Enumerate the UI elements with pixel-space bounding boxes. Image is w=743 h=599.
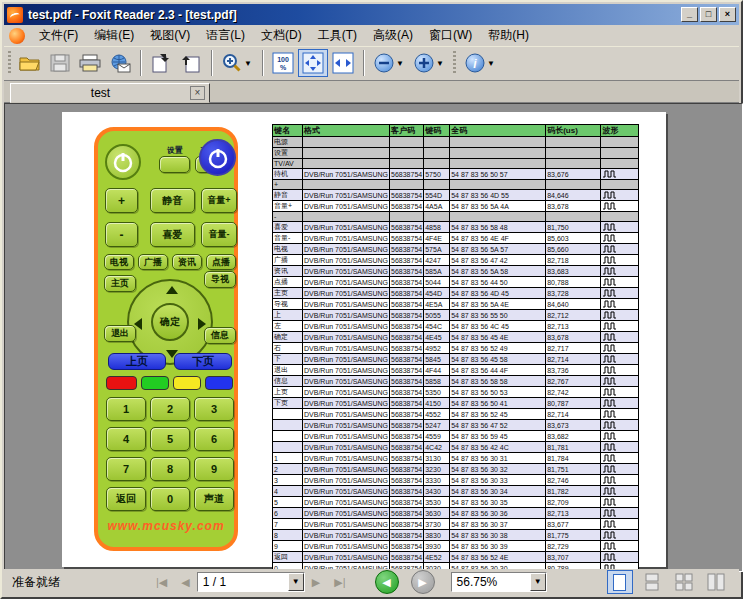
- waveform-icon: [602, 332, 617, 341]
- cell-format: DVB/Run 7051/SAMSUNG: [303, 169, 390, 180]
- prev-view-button[interactable]: [146, 49, 176, 77]
- cell-format: DVB/Run 7051/SAMSUNG: [303, 409, 390, 420]
- table-row: -: [273, 212, 639, 222]
- menu-item-language[interactable]: 语言(L): [198, 25, 253, 46]
- waveform-icon: [602, 497, 617, 506]
- previous-view-icon[interactable]: ◀: [375, 570, 399, 594]
- zoom-out-button[interactable]: ▼: [369, 49, 409, 77]
- last-page-icon[interactable]: ▶|: [334, 576, 345, 589]
- cell-customer-code: 56838754: [390, 464, 424, 475]
- menu-item-document[interactable]: 文档(D): [253, 25, 310, 46]
- table-row: 喜爱DVB/Run 7051/SAMSUNG56838754485854 87 …: [273, 222, 639, 233]
- table-row: 下页DVB/Run 7051/SAMSUNG56838754415054 87 …: [273, 398, 639, 409]
- cell-code-length: [546, 180, 601, 190]
- cell-waveform: [601, 365, 639, 376]
- page-number-combo[interactable]: 1 / 1 ▼: [197, 572, 305, 592]
- cell-code-length: 80,787: [546, 398, 601, 409]
- cell-full-code: 54 87 83 56 47 52: [450, 420, 546, 431]
- toolbar-grip[interactable]: [8, 51, 11, 75]
- actual-size-button[interactable]: 100%: [268, 49, 298, 77]
- cell-customer-code: 56838754: [390, 376, 424, 387]
- menu-item-edit[interactable]: 编辑(E): [86, 25, 142, 46]
- save-button[interactable]: [45, 49, 75, 77]
- page-combo-caret-icon[interactable]: ▼: [288, 573, 304, 591]
- cell-key-name: 静音: [273, 190, 303, 201]
- waveform-icon: [602, 354, 617, 363]
- single-page-layout-button[interactable]: [607, 570, 633, 594]
- cell-customer-code: 56838754: [390, 222, 424, 233]
- facing-layout-button[interactable]: [671, 570, 697, 594]
- info-icon: i: [465, 53, 485, 73]
- cell-format: DVB/Run 7051/SAMSUNG: [303, 398, 390, 409]
- back-button: 返回: [106, 487, 146, 511]
- cell-full-code: 54 87 83 56 5A 57: [450, 244, 546, 255]
- cell-format: [303, 159, 390, 169]
- waveform-icon: [602, 442, 617, 451]
- cell-customer-code: [390, 137, 424, 148]
- document-menu-icon[interactable]: [9, 28, 25, 44]
- about-button[interactable]: i ▼: [460, 49, 500, 77]
- page-down-button: 下页: [174, 353, 232, 370]
- cell-customer-code: 56838754: [390, 310, 424, 321]
- maximize-button[interactable]: □: [700, 7, 717, 22]
- cell-key-code: 4552: [424, 409, 450, 420]
- cell-waveform: [601, 159, 639, 169]
- zoom-combo[interactable]: 56.75% ▼: [451, 572, 547, 592]
- tab-test[interactable]: test ×: [10, 83, 210, 103]
- continuous-facing-layout-button[interactable]: [703, 570, 729, 594]
- print-button[interactable]: [75, 49, 105, 77]
- cell-full-code: 54 87 83 56 4C 45: [450, 321, 546, 332]
- menu-item-view[interactable]: 视图(V): [142, 25, 198, 46]
- cell-full-code: [450, 180, 546, 190]
- cell-code-length: 82,717: [546, 343, 601, 354]
- minimize-button[interactable]: _: [681, 7, 698, 22]
- next-view-button[interactable]: [176, 49, 206, 77]
- fit-width-button[interactable]: [328, 49, 358, 77]
- menu-item-file[interactable]: 文件(F): [31, 25, 86, 46]
- continuous-layout-button[interactable]: [639, 570, 665, 594]
- blue-button: [205, 376, 233, 390]
- cell-key-name: 资讯: [273, 266, 303, 277]
- key-table-body: 电源设置TV/AV待机DVB/Run 7051/SAMSUNG568387545…: [273, 137, 639, 573]
- about-caret-icon: ▼: [487, 59, 495, 68]
- table-row: 6DVB/Run 7051/SAMSUNG56838754363054 87 8…: [273, 508, 639, 519]
- cell-waveform: [601, 137, 639, 148]
- table-row: 下DVB/Run 7051/SAMSUNG56838754584554 87 8…: [273, 354, 639, 365]
- email-button[interactable]: [105, 49, 135, 77]
- continuous-facing-icon: [707, 573, 725, 591]
- cell-customer-code: 56838754: [390, 398, 424, 409]
- cell-key-code: 3630: [424, 508, 450, 519]
- cell-full-code: 54 87 83 56 30 37: [450, 519, 546, 530]
- zoom-tool-button[interactable]: ▼: [217, 49, 257, 77]
- first-page-icon[interactable]: |◀: [156, 576, 167, 589]
- open-button[interactable]: [15, 49, 45, 77]
- next-page-icon[interactable]: ▶: [312, 576, 320, 589]
- menu-item-tools[interactable]: 工具(T): [310, 25, 365, 46]
- menu-item-window[interactable]: 窗口(W): [421, 25, 480, 46]
- menu-item-help[interactable]: 帮助(H): [480, 25, 537, 46]
- column-header: 码长(us): [546, 125, 601, 137]
- tab-close-icon[interactable]: ×: [190, 86, 205, 100]
- cell-key-code: 454D: [424, 288, 450, 299]
- prev-page-icon[interactable]: ◀: [181, 576, 189, 589]
- cell-code-length: 83,683: [546, 266, 601, 277]
- cell-waveform: [601, 354, 639, 365]
- cell-customer-code: 56838754: [390, 508, 424, 519]
- menu-item-advanced[interactable]: 高级(A): [365, 25, 421, 46]
- toolbar-grip[interactable]: [453, 51, 456, 75]
- app-window: test.pdf - Foxit Reader 2.3 - [test.pdf]…: [0, 0, 743, 599]
- zoom-combo-caret-icon[interactable]: ▼: [530, 573, 546, 591]
- document-area[interactable]: 设置 TV/AV + 静音 音量+ - 喜爱 音量- 电视 广播 资讯 点播 主…: [4, 103, 743, 572]
- cell-code-length: 85,660: [546, 244, 601, 255]
- column-header: 全码: [450, 125, 546, 137]
- minus-button: -: [105, 222, 138, 247]
- cell-waveform: [601, 288, 639, 299]
- fit-page-button[interactable]: [298, 49, 328, 77]
- cell-key-code: 3330: [424, 475, 450, 486]
- zoom-in-button[interactable]: ▼: [409, 49, 449, 77]
- cell-key-name: 喜爱: [273, 222, 303, 233]
- column-header: 波形: [601, 125, 639, 137]
- next-view-icon[interactable]: ▶: [411, 570, 435, 594]
- email-globe-icon: [109, 54, 131, 73]
- close-button[interactable]: ×: [719, 7, 736, 22]
